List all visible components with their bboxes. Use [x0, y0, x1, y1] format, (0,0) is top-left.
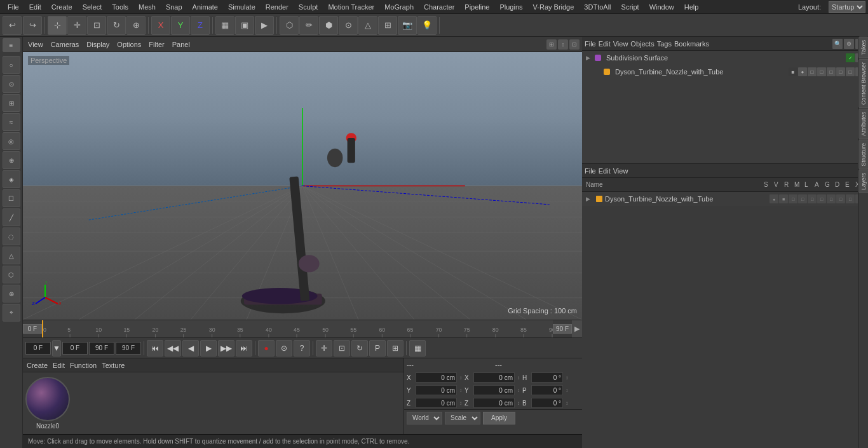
material-texture-menu[interactable]: Texture: [102, 362, 125, 369]
sidebar-btn-13[interactable]: ⊛: [3, 285, 20, 302]
sidebar-btn-5[interactable]: ◎: [3, 132, 20, 150]
viewport-options-menu[interactable]: Options: [114, 41, 144, 48]
viewport-panel-menu[interactable]: Panel: [170, 41, 193, 48]
obj-mgr-tags[interactable]: Tags: [657, 40, 672, 48]
menu-pipeline[interactable]: Pipeline: [459, 3, 494, 11]
coords-z-size-arrow[interactable]: ↕: [517, 400, 520, 406]
viewport-render-button[interactable]: ▦: [215, 16, 234, 35]
props-icon-1[interactable]: ●: [770, 194, 778, 203]
sidebar-btn-14[interactable]: ⌖: [3, 304, 20, 322]
sidebar-btn-anim[interactable]: ≈: [3, 113, 20, 131]
anim-step-back[interactable]: ◀◀: [165, 340, 181, 356]
right-tab-structure[interactable]: Structure: [858, 140, 868, 170]
menu-snap[interactable]: Snap: [161, 3, 187, 11]
redo-button[interactable]: ↪: [23, 16, 42, 35]
transform-tool-button[interactable]: ⊕: [126, 16, 146, 35]
obj-mgr-bookmarks[interactable]: Bookmarks: [674, 40, 709, 48]
anim-current-frame-input[interactable]: [25, 342, 51, 355]
obj-dyson-icon-6[interactable]: □: [836, 67, 845, 76]
props-file-menu[interactable]: File: [585, 167, 596, 175]
poly-button[interactable]: ⬢: [319, 16, 338, 35]
sidebar-btn-12[interactable]: ⬡: [3, 266, 20, 283]
anim-grid-btn[interactable]: ⊞: [387, 340, 403, 356]
coords-y-pos-input[interactable]: [416, 385, 457, 395]
coords-b-arrow[interactable]: ↕: [566, 400, 568, 406]
rotate-tool-button[interactable]: ↻: [107, 16, 126, 35]
material-create-menu[interactable]: Create: [27, 362, 48, 369]
obj-mgr-search-icon[interactable]: 🔍: [832, 39, 843, 49]
obj-mgr-file[interactable]: File: [585, 40, 596, 48]
pen-button[interactable]: ✏: [299, 16, 318, 35]
loop-button[interactable]: ⊙: [339, 16, 358, 35]
anim-end-frame-input1[interactable]: [89, 342, 114, 355]
material-function-menu[interactable]: Function: [70, 362, 97, 369]
anim-start-frame-input[interactable]: [62, 342, 88, 355]
props-icon-4[interactable]: □: [798, 194, 807, 203]
z-axis-button[interactable]: Z: [191, 16, 210, 35]
coords-h-arrow[interactable]: ↕: [566, 375, 568, 381]
menu-script[interactable]: Script: [616, 3, 644, 11]
anim-keyframe-btn[interactable]: ?: [294, 340, 310, 356]
scale-tool-button[interactable]: ⊡: [87, 16, 106, 35]
right-tab-takes[interactable]: Takes: [858, 37, 868, 58]
anim-play-forward[interactable]: ▶: [200, 340, 217, 356]
props-icon-5[interactable]: □: [808, 194, 817, 203]
anim-record-button[interactable]: ●: [258, 340, 275, 356]
sidebar-btn-10[interactable]: ◌: [3, 227, 20, 245]
coords-z-pos-arrow[interactable]: ↕: [459, 400, 462, 406]
coords-z-pos-input[interactable]: [416, 398, 457, 408]
world-select[interactable]: World: [407, 412, 442, 424]
obj-dyson-icon-4[interactable]: □: [817, 67, 826, 76]
grid-button[interactable]: ⊞: [378, 16, 397, 35]
sidebar-btn-model[interactable]: ○: [3, 56, 20, 74]
anim-motion-btn[interactable]: P: [369, 340, 386, 356]
select-tool-button[interactable]: ⊹: [48, 16, 67, 35]
move-tool-button[interactable]: ✛: [67, 16, 86, 35]
obj-dyson-icon-5[interactable]: □: [827, 67, 836, 76]
menu-character[interactable]: Character: [419, 3, 459, 11]
coords-h-input[interactable]: [531, 372, 563, 383]
menu-animate[interactable]: Animate: [187, 3, 223, 11]
material-edit-menu[interactable]: Edit: [53, 362, 65, 369]
menu-help[interactable]: Help: [679, 3, 704, 11]
obj-mgr-edit[interactable]: Edit: [599, 40, 611, 48]
props-icon-6[interactable]: □: [817, 194, 826, 203]
props-edit-menu[interactable]: Edit: [599, 167, 611, 175]
menu-3dtoall[interactable]: 3DTtoAll: [579, 3, 616, 11]
paint-button[interactable]: △: [358, 16, 377, 35]
material-preview-ball[interactable]: [25, 377, 70, 421]
viewport-view-menu[interactable]: View: [25, 41, 46, 48]
viewport[interactable]: Perspective Grid Spacing : 100 cm Y X Z: [23, 52, 582, 320]
props-icon-3[interactable]: □: [789, 194, 797, 203]
menu-window[interactable]: Window: [644, 3, 679, 11]
coords-z-size-input[interactable]: [473, 398, 515, 408]
viewport-cameras-menu[interactable]: Cameras: [48, 41, 82, 48]
menu-simulate[interactable]: Simulate: [223, 3, 261, 11]
props-view-menu[interactable]: View: [613, 167, 628, 175]
sidebar-btn-1[interactable]: ≡: [3, 38, 20, 52]
timeline-start-frame[interactable]: 0 F: [23, 324, 42, 334]
coords-y-size-input[interactable]: [473, 385, 515, 395]
light-button[interactable]: 💡: [417, 16, 437, 35]
menu-tools[interactable]: Tools: [107, 3, 133, 11]
layout-select[interactable]: Startup: [829, 1, 865, 13]
coords-p-input[interactable]: [531, 385, 563, 395]
menu-motion-tracker[interactable]: Motion Tracker: [323, 3, 379, 11]
cube-button[interactable]: ⬡: [280, 16, 299, 35]
timeline-scroll-right[interactable]: ▶: [572, 320, 582, 337]
coords-b-input[interactable]: [531, 398, 563, 408]
obj-dyson-icon-7[interactable]: □: [846, 67, 855, 76]
apply-button[interactable]: Apply: [483, 412, 515, 424]
timeline-ruler[interactable]: 0 5 10 15 20 25 30 35: [42, 320, 553, 337]
right-tab-layers[interactable]: Layers: [858, 170, 868, 193]
anim-go-end[interactable]: ⏭: [236, 340, 252, 356]
object-item-subdivision[interactable]: ▶ Subdivision Surface ✓ ●: [582, 51, 868, 65]
viewport-filter-menu[interactable]: Filter: [146, 41, 166, 48]
vp-icon-2[interactable]: ↕: [558, 39, 568, 50]
sidebar-btn-7[interactable]: ◈: [3, 170, 20, 188]
menu-sculpt[interactable]: Sculpt: [294, 3, 323, 11]
menu-select[interactable]: Select: [78, 3, 107, 11]
props-icon-2[interactable]: ■: [779, 194, 788, 203]
props-icon-9[interactable]: □: [846, 194, 855, 203]
obj-expand-icon[interactable]: ▶: [586, 55, 592, 61]
